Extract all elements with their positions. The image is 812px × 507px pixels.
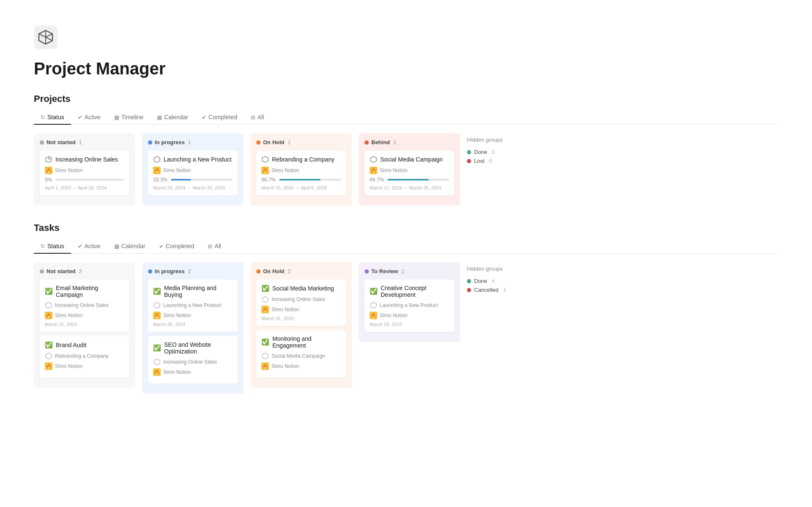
project-ref-icon [370, 301, 377, 309]
progress-pct: 66.7% [370, 177, 384, 183]
hidden-group-lost[interactable]: Lost 0 [467, 158, 526, 164]
tasks-hidden-group-cancelled[interactable]: Cancelled 1 [467, 287, 526, 293]
task-card-monitoring[interactable]: ✅ Monitoring and Engagement Social Media… [256, 330, 346, 378]
task-card-media[interactable]: ✅ Media Planning and Buying Launching a … [148, 280, 238, 332]
projects-tab-timeline[interactable]: ▦ Timeline [107, 110, 150, 125]
project-card-icon [153, 156, 161, 163]
projects-tab-status[interactable]: ↻ Status [34, 110, 71, 125]
tasks-heading: Tasks [34, 222, 778, 233]
task-card-seo[interactable]: ✅ SEO and Website Optimization Increasin… [148, 336, 238, 384]
tasks-hidden-group-done[interactable]: Done 4 [467, 278, 526, 284]
onhold-count: 2 [288, 269, 291, 274]
check-icon: ✅ [261, 285, 269, 292]
timeline-tab-icon: ▦ [114, 114, 119, 121]
task-card-email[interactable]: ✅ Email Marketing Campaign Increasing On… [40, 280, 129, 332]
project-card-social[interactable]: Social Media Campaign 🔥 Simo Notion 66.7… [365, 151, 454, 195]
lost-dot [467, 159, 471, 163]
tasks-column-onhold: On Hold 2 ✅ Social Media Marketing Incre… [250, 262, 352, 388]
tasks-section: Tasks ↻ Status ✔ Active ▦ Calendar ✔ Com… [34, 222, 778, 394]
project-card-rebranding[interactable]: Rebranding a Company 🔥 Simo Notion 66.7%… [256, 151, 346, 195]
date-range: March 17, 2024 → March 25, 2024 [370, 185, 449, 190]
project-name: Increasing Online Sales [163, 359, 217, 365]
card-author: 🔥 Simo Notion [261, 306, 341, 313]
author-name: Simo Notion [55, 363, 82, 369]
cancelled-count: 1 [503, 287, 506, 293]
task-card-creative[interactable]: ✅ Creative Concept Development Launching… [365, 280, 454, 332]
projects-tab-active[interactable]: ✔ Active [71, 110, 107, 125]
project-card-increasing[interactable]: Increasing Online Sales 🔥 Simo Notion 0%… [40, 151, 129, 195]
author-avatar: 🔥 [153, 312, 161, 319]
card-title-row: ✅ Email Marketing Campaign [45, 285, 124, 298]
project-card-icon [45, 156, 52, 163]
done-count: 0 [492, 149, 495, 155]
tasks-tab-all[interactable]: ⊞ All [201, 239, 228, 254]
not-started-count: 2 [79, 269, 82, 274]
card-author: 🔥 Simo Notion [370, 167, 449, 174]
author-avatar: 🔥 [45, 312, 52, 319]
card-title-text: Increasing Online Sales [55, 156, 118, 163]
card-title-row: Social Media Campaign [370, 156, 449, 163]
card-title-text: Social Media Campaign [380, 156, 443, 163]
logo-container [34, 25, 778, 59]
author-avatar: 🔥 [370, 167, 377, 174]
tasks-onhold-header: On Hold 2 [256, 268, 346, 274]
card-project: Social Media Campaign [261, 352, 341, 360]
active-tab-icon: ✔ [78, 114, 82, 121]
lost-count: 0 [489, 158, 492, 164]
cancelled-label: Cancelled [474, 287, 499, 293]
card-author: 🔥 Simo Notion [370, 312, 449, 319]
done-label: Done [474, 278, 487, 284]
check-icon: ✅ [153, 344, 161, 352]
active-tab-icon: ✔ [78, 243, 82, 249]
not-started-count: 1 [79, 140, 82, 145]
project-name: Increasing Online Sales [55, 302, 109, 308]
tasks-not-started-header: Not started 2 [40, 268, 129, 274]
project-card-icon [261, 156, 269, 163]
author-name: Simo Notion [272, 363, 299, 369]
progress-row: 0% [45, 177, 124, 183]
progress-bar-bg [387, 179, 449, 181]
inprogress-label: In progress [155, 139, 185, 145]
project-card-launching[interactable]: Launching a New Product 🔥 Simo Notion 33… [148, 151, 238, 195]
author-avatar: 🔥 [45, 167, 52, 174]
tasks-tab-status[interactable]: ↻ Status [34, 239, 71, 254]
card-author: 🔥 Simo Notion [261, 167, 341, 174]
behind-label: Behind [371, 139, 390, 145]
progress-bar-fill [279, 179, 321, 181]
task-card-brand-audit[interactable]: ✅ Brand Audit Rebranding a Company 🔥 Sim… [40, 336, 129, 378]
tasks-tab-completed[interactable]: ✔ Completed [152, 239, 201, 254]
done-count: 4 [492, 278, 495, 284]
date-range: March 31, 2024 [45, 322, 124, 327]
app-logo [34, 25, 58, 49]
projects-tab-all[interactable]: ⊞ All [244, 110, 271, 125]
done-label: Done [474, 149, 487, 155]
inprogress-dot [148, 140, 152, 145]
projects-tabs: ↻ Status ✔ Active ▦ Timeline ▦ Calendar … [34, 110, 778, 125]
onhold-label: On Hold [263, 139, 285, 145]
tasks-column-not-started: Not started 2 ✅ Email Marketing Campaign… [34, 262, 135, 388]
done-dot [467, 150, 471, 154]
tasks-tab-active[interactable]: ✔ Active [71, 239, 107, 254]
status-tab-icon: ↻ [41, 243, 45, 249]
card-project: Launching a New Product [370, 301, 449, 309]
projects-heading: Projects [34, 93, 778, 104]
card-title-text: Monitoring and Engagement [272, 335, 341, 349]
author-avatar: 🔥 [45, 362, 52, 370]
card-author: 🔥 Simo Notion [153, 368, 233, 376]
projects-tab-calendar[interactable]: ▦ Calendar [150, 110, 195, 125]
date-range: March 31, 2024 → April 6, 2024 [261, 185, 341, 190]
date-range: March 28, 2024 [370, 322, 449, 327]
projects-tab-completed[interactable]: ✔ Completed [195, 110, 244, 125]
card-title-row: ✅ Creative Concept Development [370, 285, 449, 298]
tasks-tab-calendar[interactable]: ▦ Calendar [107, 239, 152, 254]
project-ref-icon [45, 352, 52, 360]
task-card-social-marketing[interactable]: ✅ Social Media Marketing Increasing Onli… [256, 280, 346, 326]
hidden-group-done[interactable]: Done 0 [467, 149, 526, 155]
tasks-board: Not started 2 ✅ Email Marketing Campaign… [34, 262, 778, 394]
card-title-row: Rebranding a Company [261, 156, 341, 163]
projects-column-inprogress: In progress 1 Launching a New Product 🔥 … [142, 133, 244, 206]
card-title-text: Brand Audit [56, 342, 86, 348]
progress-bar-fill [171, 179, 191, 181]
card-project: Increasing Online Sales [261, 296, 341, 303]
author-avatar: 🔥 [261, 167, 269, 174]
